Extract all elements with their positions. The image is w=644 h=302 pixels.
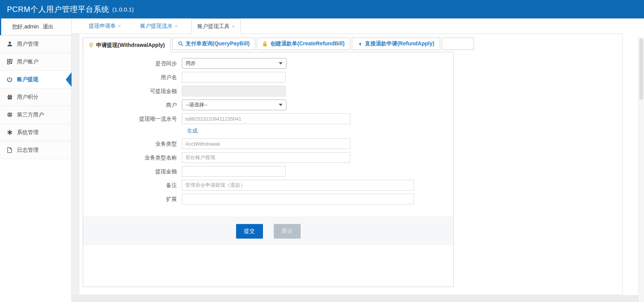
tool-tab-filler [442, 38, 474, 50]
field-label: 是否同步 [83, 58, 182, 69]
sidebar-menu: 用户管理用户账户账户提现用户积分第三方用户系统管理日志管理 [0, 35, 72, 159]
generate-link[interactable]: 生成 [187, 128, 198, 134]
form-footer: 提交 重设 [83, 217, 453, 245]
form-row-withdraw-serial: 提现唯一流水号 [83, 113, 453, 124]
sidebar-item-account-withdraw[interactable]: 账户提现 [0, 71, 72, 88]
top-tabbar: 提现申请单×账户提现流水×账户提现工具× [72, 18, 623, 34]
business-type-name-input[interactable] [182, 152, 350, 163]
field-label: 提现金额 [83, 166, 182, 177]
tool-tab-query-pay-bill[interactable]: 支付单查询(QueryPayBill) [172, 38, 255, 50]
chevron-down-icon [279, 62, 283, 65]
business-type-input[interactable] [182, 138, 350, 149]
sidebar-item-label: 账户提现 [17, 76, 38, 83]
field-label: 商户 [83, 100, 182, 110]
tab-withdraw-tools[interactable]: 账户提现工具× [191, 18, 241, 34]
form-row-extension: 扩展 [83, 194, 453, 204]
sidebar-item-label: 系统管理 [17, 129, 38, 136]
form-row-withdrawable-amount: 可提现金额 [83, 86, 453, 96]
search-icon [178, 41, 183, 46]
logout-link[interactable]: 退出 [43, 23, 53, 30]
sidebar-item-label: 用户积分 [17, 94, 38, 101]
field-label: 提现唯一流水号 [83, 113, 182, 124]
field-label: 业务类型 [83, 138, 182, 149]
gift-icon [6, 94, 13, 100]
form-row-username: 用户名 [83, 72, 453, 83]
sync-select[interactable]: 同步 [182, 58, 286, 69]
bulb-icon [88, 42, 94, 48]
tool-tab-refund-apply[interactable]: 直接退款申请(RefundApply) [352, 38, 440, 50]
asterisk-icon [6, 129, 13, 135]
form-row-withdraw-amount: 提现金额 [83, 166, 453, 177]
merchant-select[interactable]: --请选择-- [182, 100, 286, 110]
close-icon[interactable]: × [118, 23, 121, 29]
field-label: 可提现金额 [83, 86, 182, 96]
submit-button[interactable]: 提交 [236, 224, 263, 239]
sidebar-item-system-mgmt[interactable]: 系统管理 [0, 124, 72, 141]
main-area: 提现申请单×账户提现流水×账户提现工具× 申请提现(WithdrawalAppl… [72, 18, 644, 302]
vertical-scrollbar[interactable] [638, 37, 644, 302]
content-gutter [72, 34, 79, 295]
tool-tab-label: 申请提现(WithdrawalApply) [96, 42, 165, 49]
withdraw-amount-input[interactable] [182, 166, 286, 177]
close-icon[interactable]: × [175, 23, 178, 29]
sidebar-item-label: 日志管理 [17, 147, 38, 154]
app-header: PCRM个人用户管理平台系统 (1.0.0.1) [0, 0, 644, 18]
form-row-merchant: 商户--请选择-- [83, 100, 453, 110]
withdraw-serial-input[interactable] [182, 113, 350, 124]
form-row-remark: 备注 [83, 180, 453, 191]
tab-withdraw-apply-list[interactable]: 提现申请单× [83, 18, 126, 33]
tool-tabbar: 申请提现(WithdrawalApply)支付单查询(QueryPayBill)… [83, 38, 476, 52]
grid-icon [6, 59, 13, 65]
username-input[interactable] [182, 72, 286, 83]
reset-button[interactable]: 重设 [274, 224, 301, 239]
sidebar-item-user-account[interactable]: 用户账户 [0, 53, 72, 71]
active-caret-icon [66, 72, 72, 87]
withdrawable-amount-input[interactable] [182, 86, 286, 96]
tool-tab-label: 直接退款申请(RefundApply) [365, 40, 434, 47]
sidebar: 您好,admin 退出 用户管理用户账户账户提现用户积分第三方用户系统管理日志管… [0, 18, 72, 302]
form-row-business-type-name: 业务类型名称 [83, 152, 453, 163]
app-title: PCRM个人用户管理平台系统 [7, 4, 109, 15]
arrow-left-icon [358, 41, 363, 46]
sidebar-item-label: 第三方用户 [17, 111, 44, 118]
selected-value: 同步 [186, 60, 196, 67]
field-label: 扩展 [83, 194, 182, 204]
globe-icon [6, 112, 13, 118]
field-label: 业务类型名称 [83, 152, 182, 163]
sidebar-item-label: 用户账户 [17, 58, 38, 65]
tab-label: 账户提现流水 [140, 23, 173, 30]
remark-input[interactable] [182, 180, 414, 191]
sidebar-item-user-mgmt[interactable]: 用户管理 [0, 35, 72, 53]
scrollbar-thumb[interactable] [639, 38, 643, 100]
sidebar-item-label: 用户管理 [17, 41, 38, 48]
sidebar-item-third-party-user[interactable]: 第三方用户 [0, 106, 72, 124]
tool-tab-withdrawal-apply[interactable]: 申请提现(WithdrawalApply) [83, 38, 171, 52]
field-label: 备注 [83, 180, 182, 191]
user-icon [6, 41, 13, 47]
close-icon[interactable]: × [232, 23, 235, 29]
field-label: 用户名 [83, 72, 182, 83]
file-icon [6, 147, 13, 153]
power-icon [6, 76, 13, 83]
tab-label: 提现申请单 [89, 23, 116, 30]
tool-tab-label: 支付单查询(QueryPayBill) [186, 40, 250, 47]
form-row-sync: 是否同步同步 [83, 58, 453, 69]
unlock-icon [263, 41, 268, 47]
sidebar-item-log-mgmt[interactable]: 日志管理 [0, 141, 72, 159]
withdrawal-form-panel: 是否同步同步用户名可提现金额商户--请选择--提现唯一流水号生成业务类型业务类型… [83, 52, 454, 287]
selected-value: --请选择-- [186, 101, 207, 108]
extension-input[interactable] [182, 194, 414, 204]
user-greeting: 您好,admin [12, 23, 39, 30]
tab-label: 账户提现工具 [197, 23, 230, 30]
page-bottom-strip [72, 295, 644, 302]
chevron-down-icon [279, 104, 283, 106]
form-row-business-type: 业务类型 [83, 138, 453, 149]
tab-content-panel: 申请提现(WithdrawalApply)支付单查询(QueryPayBill)… [79, 34, 623, 295]
tool-tab-create-refund-bill[interactable]: 创建退款单(CreateRefundBill) [257, 38, 350, 50]
tab-withdraw-flow[interactable]: 账户提现流水× [135, 18, 183, 33]
user-info-row: 您好,admin 退出 [0, 18, 72, 35]
tool-tab-label: 创建退款单(CreateRefundBill) [270, 40, 344, 47]
app-version: (1.0.0.1) [112, 6, 134, 13]
sidebar-item-user-points[interactable]: 用户积分 [0, 88, 72, 106]
